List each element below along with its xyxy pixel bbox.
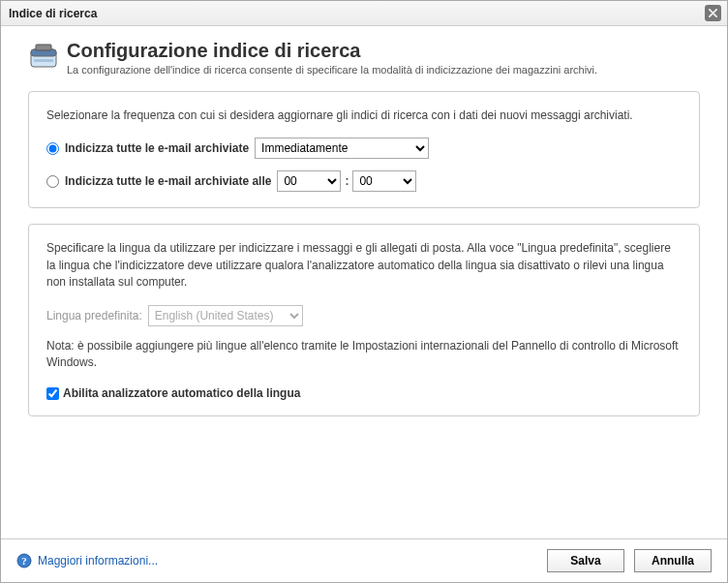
window-title: Indice di ricerca (9, 7, 97, 20)
frequency-panel: Selezionare la frequenza con cui si desi… (28, 91, 700, 208)
svg-rect-3 (34, 59, 53, 62)
close-button[interactable] (705, 5, 721, 21)
auto-detect-row: Abilita analizzatore automatico della li… (46, 386, 682, 400)
default-language-select[interactable]: English (United States) (148, 305, 303, 326)
minute-select[interactable]: 00 (352, 170, 416, 192)
radio-at-time[interactable] (46, 175, 59, 188)
auto-detect-checkbox[interactable] (46, 387, 59, 400)
page-subtitle: La configurazione dell'indice di ricerca… (67, 64, 597, 76)
svg-rect-2 (36, 45, 51, 50)
help-link-label: Maggiori informazioni... (38, 554, 158, 568)
language-panel: Specificare la lingua da utilizzare per … (28, 224, 700, 416)
radio-immediate[interactable] (46, 142, 59, 155)
search-index-icon (28, 42, 59, 73)
radio-at-time-label: Indicizza tutte le e-mail archiviate all… (65, 174, 271, 188)
page-title: Configurazione indice di ricerca (67, 40, 597, 62)
default-language-row: Lingua predefinita: English (United Stat… (46, 305, 682, 326)
hour-select[interactable]: 00 (277, 170, 341, 192)
dialog-footer: ? Maggiori informazioni... Salva Annulla (1, 538, 727, 582)
language-note: Nota: è possibile aggiungere più lingue … (46, 338, 682, 372)
dialog-window: Indice di ricerca Configurazione indice … (0, 0, 728, 583)
radio-at-time-row: Indicizza tutte le e-mail archiviate all… (46, 170, 682, 192)
titlebar: Indice di ricerca (1, 1, 727, 26)
language-intro: Specificare la lingua da utilizzare per … (46, 240, 682, 291)
frequency-select[interactable]: Immediatamente (255, 138, 429, 159)
auto-detect-label: Abilita analizzatore automatico della li… (63, 386, 300, 400)
cancel-button[interactable]: Annulla (634, 549, 712, 572)
radio-immediate-row: Indicizza tutte le e-mail archiviate Imm… (46, 138, 682, 159)
help-icon: ? (16, 553, 32, 568)
svg-text:?: ? (21, 555, 27, 567)
close-icon (709, 9, 717, 17)
header: Configurazione indice di ricerca La conf… (28, 40, 700, 76)
help-link[interactable]: ? Maggiori informazioni... (16, 553, 158, 568)
radio-immediate-label: Indicizza tutte le e-mail archiviate (65, 141, 249, 155)
frequency-intro: Selezionare la frequenza con cui si desi… (46, 107, 682, 124)
default-language-label: Lingua predefinita: (46, 309, 142, 322)
dialog-content: Configurazione indice di ricerca La conf… (1, 26, 727, 538)
save-button[interactable]: Salva (547, 549, 624, 572)
time-separator: : (345, 174, 349, 188)
